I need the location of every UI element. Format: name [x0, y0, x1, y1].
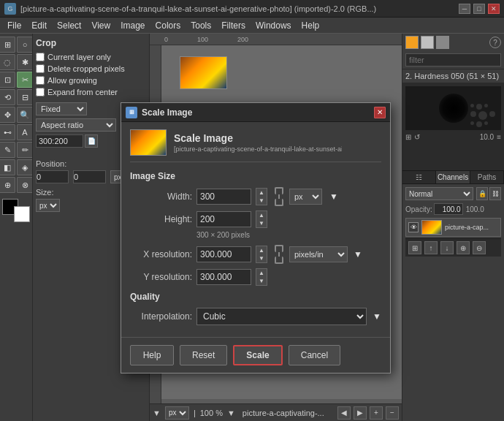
tool-move[interactable]: ✥: [0, 107, 15, 123]
dimension-unit-select[interactable]: px % in mm: [289, 189, 322, 205]
tool-align[interactable]: ⊟: [17, 89, 33, 105]
size-unit-select[interactable]: px: [36, 199, 60, 212]
help-icon[interactable]: ?: [489, 37, 501, 48]
layer-new-icon[interactable]: ⊞: [408, 241, 421, 254]
current-layer-checkbox[interactable]: [36, 53, 45, 61]
layer-duplicate-icon[interactable]: ⊕: [457, 241, 470, 254]
menu-help[interactable]: Help: [297, 19, 324, 32]
reset-button[interactable]: Reset: [180, 345, 227, 365]
tool-free-select[interactable]: ◌: [0, 54, 15, 70]
position-y-input[interactable]: [73, 170, 106, 183]
close-button[interactable]: ✕: [488, 4, 500, 14]
dialog-icon: ⊞: [126, 107, 137, 118]
height-spinner[interactable]: ▲ ▼: [256, 210, 267, 228]
layer-lower-icon[interactable]: ↓: [440, 241, 454, 254]
tool-clone[interactable]: ⊕: [0, 177, 15, 193]
delete-cropped-checkbox[interactable]: [36, 64, 45, 73]
tool-zoom[interactable]: 🔍: [17, 107, 33, 123]
position-x-input[interactable]: [36, 170, 69, 183]
menu-tools[interactable]: Tools: [186, 19, 215, 32]
height-spin-down[interactable]: ▼: [256, 219, 267, 227]
tool-fuzzy-select[interactable]: ✱: [17, 54, 33, 70]
height-input[interactable]: [196, 211, 251, 227]
layer-delete-icon[interactable]: ⊖: [473, 241, 486, 254]
menu-file[interactable]: File: [3, 19, 26, 32]
brush-dot: [439, 94, 468, 123]
menu-view[interactable]: View: [87, 19, 115, 32]
tool-ellipse-select[interactable]: ○: [17, 37, 33, 53]
height-spin-up[interactable]: ▲: [256, 211, 267, 219]
yres-spin-up[interactable]: ▲: [256, 269, 267, 277]
layer-item[interactable]: 👁 picture-a-cap...: [405, 218, 501, 237]
width-spin-down[interactable]: ▼: [256, 197, 267, 205]
layer-visibility-icon[interactable]: 👁: [408, 222, 419, 232]
expand-from-checkbox[interactable]: [36, 88, 45, 96]
nav-zoom-out[interactable]: −: [386, 406, 399, 420]
maximize-button[interactable]: □: [473, 4, 485, 14]
tool-pencil[interactable]: ✏: [17, 142, 33, 158]
tab-channels[interactable]: Channels: [436, 171, 470, 183]
aspect-ratio-select[interactable]: Aspect ratio: [36, 118, 116, 132]
opacity-input[interactable]: [434, 203, 463, 215]
res-unit-select[interactable]: pixels/in pixels/mm: [289, 246, 348, 262]
tool-measure[interactable]: ⊷: [0, 124, 15, 140]
layer-lock-icon[interactable]: 🔒: [476, 187, 488, 200]
interpolation-select[interactable]: Cubic None Linear NoHalo LoHalo Sinc (La…: [196, 308, 367, 325]
tool-heal[interactable]: ⊗: [17, 177, 33, 193]
yres-spin-down[interactable]: ▼: [256, 277, 267, 285]
brush-refresh-icon[interactable]: ↺: [414, 133, 420, 141]
tool-crop[interactable]: ✂: [17, 72, 33, 88]
xres-spin-down[interactable]: ▼: [256, 254, 267, 262]
fixed-select[interactable]: Fixed: [36, 102, 87, 115]
yres-row: Y resolution: ▲ ▼: [130, 268, 381, 286]
minimize-button[interactable]: ─: [459, 4, 470, 14]
delete-cropped-label: Delete cropped pixels: [47, 64, 125, 73]
menu-image[interactable]: Image: [116, 19, 149, 32]
zoom-select[interactable]: px: [165, 406, 189, 420]
tool-transform[interactable]: ⟲: [0, 89, 15, 105]
layer-chain-icon[interactable]: ⛓: [489, 187, 501, 200]
dialog-header-subtitle: [picture-a-captivating-scene-of-a-tranqu…: [174, 145, 342, 153]
swatch-bg[interactable]: [421, 36, 434, 49]
tab-paths[interactable]: Paths: [470, 171, 504, 183]
filter-input[interactable]: [405, 53, 501, 67]
swatch-fg[interactable]: [405, 36, 419, 49]
width-spinner[interactable]: ▲ ▼: [256, 188, 267, 205]
tool-select-by-color[interactable]: ⊡: [0, 72, 15, 88]
width-spin-up[interactable]: ▲: [256, 189, 267, 197]
nav-zoom-in[interactable]: +: [370, 406, 383, 420]
swatch-extra[interactable]: [436, 36, 449, 49]
tool-airbrush[interactable]: ◈: [17, 159, 33, 175]
menu-edit[interactable]: Edit: [27, 19, 51, 32]
allow-growing-checkbox[interactable]: [36, 76, 45, 85]
xres-input[interactable]: [196, 246, 251, 262]
brush-slider-icon[interactable]: ≡: [497, 133, 501, 141]
tool-paint[interactable]: ✎: [0, 142, 15, 158]
brush-grid-icon[interactable]: ⊞: [405, 133, 411, 141]
nav-prev[interactable]: ◀: [337, 406, 351, 420]
help-button[interactable]: Help: [130, 345, 174, 365]
fg-bg-colors[interactable]: [2, 199, 30, 222]
menu-colors[interactable]: Colors: [151, 19, 186, 32]
cancel-button[interactable]: Cancel: [289, 345, 340, 365]
tool-rect-select[interactable]: ⊞: [0, 37, 15, 53]
menu-select[interactable]: Select: [53, 19, 85, 32]
scale-button[interactable]: Scale: [233, 345, 282, 365]
menu-filters[interactable]: Filters: [217, 19, 250, 32]
tab-brushes[interactable]: ☷: [402, 171, 436, 183]
xres-spinner[interactable]: ▲ ▼: [256, 246, 267, 263]
yres-spinner[interactable]: ▲ ▼: [256, 268, 267, 286]
size-value-input[interactable]: [36, 134, 83, 148]
xres-spin-up[interactable]: ▲: [256, 246, 267, 254]
nav-next[interactable]: ▶: [354, 406, 367, 420]
width-input[interactable]: [196, 189, 251, 205]
size-file-icon[interactable]: 📄: [85, 134, 98, 148]
scale-image-dialog[interactable]: ⊞ Scale Image ✕ Scale Image [picture-a-c…: [121, 102, 391, 373]
menu-windows[interactable]: Windows: [251, 19, 296, 32]
tool-text[interactable]: A: [17, 124, 33, 140]
dialog-close-button[interactable]: ✕: [374, 107, 386, 118]
yres-input[interactable]: [196, 269, 251, 285]
layer-raise-icon[interactable]: ↑: [424, 241, 438, 254]
blend-mode-select[interactable]: Normal: [405, 187, 473, 200]
tool-eraser[interactable]: ◧: [0, 159, 15, 175]
